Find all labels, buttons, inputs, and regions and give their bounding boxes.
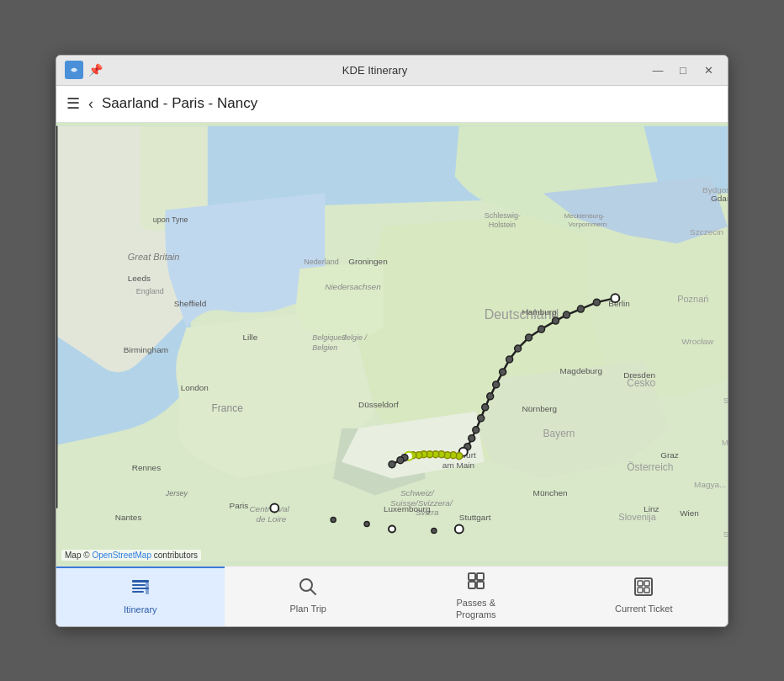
hamburger-button[interactable]: ☰ [66, 94, 80, 113]
svg-point-74 [473, 426, 479, 433]
openstreetmap-link[interactable]: OpenStreetMap [92, 551, 151, 560]
tab-current-ticket[interactable]: Current Ticket [560, 567, 728, 626]
passes-icon [467, 572, 485, 595]
svg-text:Birmingham: Birmingham [124, 344, 168, 354]
svg-text:Stuttgart: Stuttgart [459, 513, 491, 522]
svg-text:Hamburg: Hamburg [522, 307, 557, 317]
svg-rect-110 [644, 581, 649, 586]
svg-text:am Main: am Main [442, 460, 474, 469]
pin-icon: 📌 [88, 63, 103, 77]
svg-text:Gdar...: Gdar... [711, 194, 728, 203]
window-controls: — □ ✕ [647, 61, 719, 79]
svg-rect-104 [469, 573, 475, 580]
svg-text:London: London [181, 382, 209, 391]
svg-point-70 [493, 380, 500, 387]
svg-text:Nantes: Nantes [115, 513, 142, 522]
svg-text:Schweiz/: Schweiz/ [400, 487, 435, 497]
svg-point-63 [563, 311, 569, 318]
svg-point-61 [593, 299, 600, 306]
svg-text:England: England [136, 287, 164, 295]
attribution-text: Map © [65, 551, 92, 560]
svg-rect-98 [132, 584, 146, 586]
svg-line-103 [310, 589, 315, 594]
header-bar: ☰ ‹ Saarland - Paris - Nancy [56, 86, 728, 123]
svg-point-90 [389, 460, 395, 467]
svg-point-93 [389, 525, 395, 532]
tab-current-ticket-label: Current Ticket [615, 604, 672, 614]
svg-point-69 [500, 368, 506, 375]
svg-text:Sl...: Sl... [723, 396, 728, 404]
tab-plan-trip-label: Plan Trip [290, 604, 326, 614]
svg-point-73 [478, 414, 485, 421]
svg-point-66 [526, 334, 532, 341]
svg-text:Leeds: Leeds [128, 274, 151, 283]
tab-bar: Itinerary Plan Trip Passes &Programs [56, 566, 728, 626]
close-button[interactable]: ✕ [697, 61, 719, 79]
svg-point-89 [397, 456, 404, 463]
window-title: KDE Itinerary [103, 64, 647, 77]
svg-text:Great Britain: Great Britain [128, 252, 180, 262]
svg-point-96 [432, 528, 437, 533]
svg-text:Szczecin: Szczecin [690, 227, 723, 237]
title-bar: 📌 KDE Itinerary — □ ✕ [56, 56, 728, 86]
svg-rect-109 [638, 581, 643, 586]
svg-text:Belgie /: Belgie / [342, 333, 368, 342]
svg-text:France: France [212, 402, 244, 413]
svg-point-67 [515, 344, 522, 351]
tab-itinerary-label: Itinerary [124, 604, 157, 615]
ticket-icon [634, 577, 653, 601]
svg-point-64 [553, 317, 559, 324]
svg-text:Sl...: Sl... [723, 530, 728, 539]
map-attribution: Map © OpenStreetMap contributors [61, 550, 201, 561]
svg-text:Linz: Linz [644, 504, 659, 513]
tab-passes-programs[interactable]: Passes &Programs [392, 567, 560, 626]
svg-text:Dresden: Dresden [623, 370, 655, 379]
svg-text:Jersey: Jersey [165, 488, 188, 497]
svg-text:Poznań: Poznań [677, 294, 708, 304]
svg-text:Düsseldorf: Düsseldorf [358, 399, 399, 408]
svg-point-75 [469, 434, 475, 441]
svg-point-62 [577, 306, 584, 312]
svg-text:Nürnberg: Nürnberg [522, 403, 558, 412]
svg-text:Mecklenburg-: Mecklenburg- [564, 212, 605, 220]
itinerary-icon [130, 578, 151, 602]
svg-point-94 [331, 517, 336, 522]
svg-point-91 [270, 503, 278, 512]
svg-text:Rennes: Rennes [132, 462, 161, 471]
svg-text:upon Tyne: upon Tyne [153, 215, 188, 224]
svg-rect-101 [146, 583, 149, 594]
svg-text:Wrocław: Wrocław [681, 337, 714, 346]
tab-passes-programs-label: Passes &Programs [456, 598, 496, 620]
svg-point-71 [487, 392, 494, 399]
svg-text:Wien: Wien [680, 508, 699, 518]
svg-text:Centre-Val: Centre-Val [249, 504, 289, 513]
map-area[interactable]: Great Britain England France Centre-Val … [56, 123, 728, 566]
svg-point-95 [364, 521, 369, 526]
svg-rect-111 [638, 588, 643, 593]
map-svg: Great Britain England France Centre-Val … [56, 123, 728, 566]
svg-text:Paris: Paris [229, 500, 248, 509]
svg-point-72 [482, 403, 489, 410]
svg-rect-100 [132, 591, 144, 593]
svg-rect-112 [644, 588, 649, 593]
svg-point-92 [455, 524, 464, 533]
svg-text:Luxembourg: Luxembourg [384, 504, 430, 513]
svg-text:Sheffield: Sheffield [174, 299, 207, 308]
svg-rect-105 [477, 573, 484, 580]
svg-text:München: München [533, 487, 568, 497]
main-window: 📌 KDE Itinerary — □ ✕ ☰ ‹ Saarland - Par… [56, 55, 728, 627]
tab-itinerary[interactable]: Itinerary [56, 567, 225, 626]
maximize-button[interactable]: □ [672, 61, 694, 79]
svg-text:Niedersachsen: Niedersachsen [325, 282, 381, 291]
tab-plan-trip[interactable]: Plan Trip [225, 567, 393, 626]
attribution-suffix: contributors [151, 551, 198, 560]
svg-rect-107 [477, 582, 484, 588]
app-icon [65, 61, 83, 79]
svg-text:Graz: Graz [660, 450, 679, 459]
svg-point-68 [506, 355, 513, 362]
svg-text:Belgien: Belgien [312, 343, 337, 351]
svg-text:Nederland: Nederland [304, 258, 338, 266]
back-button[interactable]: ‹ [88, 95, 93, 113]
minimize-button[interactable]: — [647, 61, 669, 79]
search-icon [299, 577, 317, 601]
